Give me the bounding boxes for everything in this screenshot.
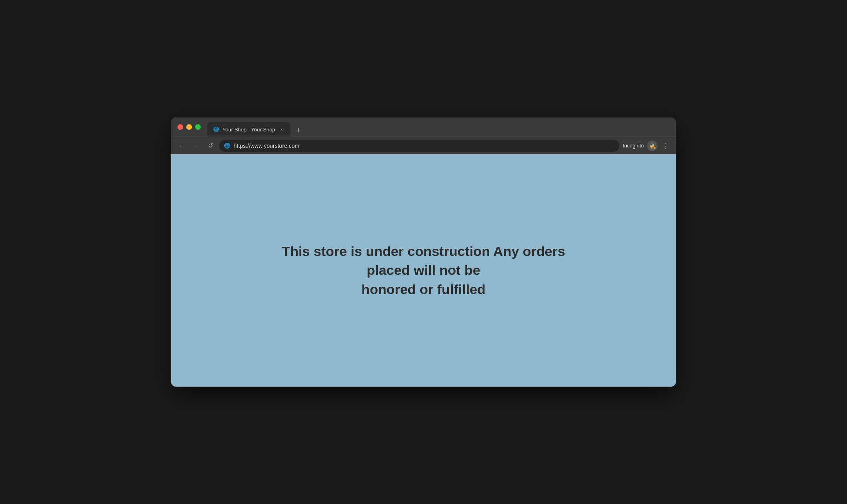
incognito-icon: 🕵 bbox=[647, 141, 657, 151]
new-tab-button[interactable]: + bbox=[292, 124, 305, 137]
maximize-button[interactable] bbox=[195, 124, 201, 130]
tab-close-button[interactable]: × bbox=[278, 126, 285, 133]
url-text: https://www.yourstore.com bbox=[234, 143, 615, 149]
menu-button[interactable]: ⋮ bbox=[661, 140, 671, 152]
secure-icon: 🌐 bbox=[224, 143, 230, 149]
tab-favicon-icon: 🌐 bbox=[213, 126, 219, 133]
browser-window: 🌐 Your Shop - Your Shop × + ← → ↺ 🌐 http… bbox=[171, 117, 676, 387]
forward-button[interactable]: → bbox=[190, 140, 202, 151]
address-bar-area: ← → ↺ 🌐 https://www.yourstore.com Incogn… bbox=[171, 137, 676, 154]
tab-title: Your Shop - Your Shop bbox=[222, 127, 275, 133]
construction-text: This store is under construction Any ord… bbox=[263, 242, 584, 299]
incognito-label: Incognito bbox=[623, 143, 644, 149]
title-bar: 🌐 Your Shop - Your Shop × + bbox=[171, 117, 676, 137]
active-tab[interactable]: 🌐 Your Shop - Your Shop × bbox=[207, 122, 290, 137]
close-button[interactable] bbox=[177, 124, 183, 130]
reload-button[interactable]: ↺ bbox=[205, 140, 216, 151]
under-construction-message: This store is under construction Any ord… bbox=[263, 242, 584, 299]
back-button[interactable]: ← bbox=[176, 140, 187, 151]
tabs-bar: 🌐 Your Shop - Your Shop × + bbox=[207, 117, 676, 137]
traffic-lights bbox=[177, 124, 201, 130]
browser-actions: Incognito 🕵 ⋮ bbox=[623, 140, 671, 152]
address-bar[interactable]: 🌐 https://www.yourstore.com bbox=[219, 140, 619, 152]
page-content: This store is under construction Any ord… bbox=[171, 154, 676, 387]
minimize-button[interactable] bbox=[186, 124, 192, 130]
